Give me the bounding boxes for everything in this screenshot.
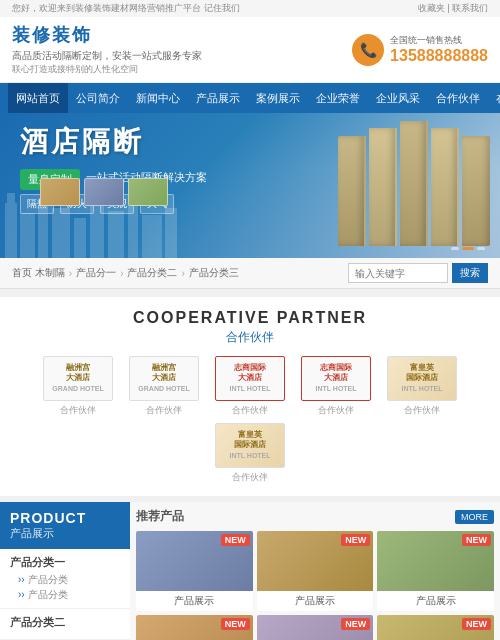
nav-item-products[interactable]: 产品展示 — [188, 83, 248, 113]
product-sidebar: PRODUCT 产品展示 产品分类一 ››产品分类 ››产品分类 产品分类二 产… — [0, 502, 130, 640]
top-links-right: 收藏夹 | 联系我们 — [418, 2, 488, 15]
product-card-label-0: 产品展示 — [136, 591, 253, 611]
banner-thumb-2 — [84, 178, 124, 206]
tagline1: 高品质活动隔断定制，安装一站式服务专家 — [12, 49, 202, 63]
new-badge-3: NEW — [221, 618, 250, 630]
hero-banner: 酒店隔断 量身定制 一站式活动隔断解决方案 隔热 防火 美观 大气 — [0, 113, 500, 258]
banner-thumb-1 — [40, 178, 80, 206]
product-img-0: NEW — [136, 531, 253, 591]
product-main: 推荐产品 MORE NEW 产品展示 NEW 产品展示 NEW 产品展示 — [130, 502, 500, 640]
banner-content: 酒店隔断 量身定制 一站式活动隔断解决方案 隔热 防火 美观 大气 — [20, 123, 207, 214]
partner-logo-2: 志商国际大酒店INTL HOTEL — [215, 356, 285, 401]
svg-rect-9 — [108, 211, 124, 258]
product-card-label-1: 产品展示 — [257, 591, 374, 611]
nav-item-about[interactable]: 公司简介 — [68, 83, 128, 113]
phone-label: 全国统一销售热线 — [390, 34, 488, 47]
svg-rect-6 — [74, 218, 86, 258]
product-img-1: NEW — [257, 531, 374, 591]
phone-info: 全国统一销售热线 13588888888 — [390, 34, 488, 65]
product-en-label: PRODUCT — [10, 510, 120, 526]
search-input[interactable] — [348, 263, 448, 283]
partner-item-4: 富皇英国际酒店INTL HOTEL 合作伙伴 — [382, 356, 462, 417]
new-badge-5: NEW — [462, 618, 491, 630]
nav-item-style[interactable]: 企业风采 — [368, 83, 428, 113]
product-cat-sub-0-0[interactable]: ››产品分类 — [18, 573, 120, 587]
phone-area: 📞 全国统一销售热线 13588888888 — [352, 34, 488, 66]
header-top-bar: 您好，欢迎来到装修装饰建材网络营销推广平台 记住我们 收藏夹 | 联系我们 — [0, 0, 500, 17]
dot-2[interactable] — [477, 247, 485, 250]
product-cat-name-0: 产品分类一 — [10, 555, 120, 570]
product-cat-sub-0-1[interactable]: ››产品分类 — [18, 588, 120, 602]
product-cat-name-1: 产品分类二 — [10, 615, 120, 630]
phone-icon: 📞 — [352, 34, 384, 66]
recommended-label: 推荐产品 — [136, 508, 184, 525]
svg-rect-0 — [5, 203, 17, 258]
svg-rect-2 — [20, 213, 35, 258]
partner-logo-5: 富皇英国际酒店INTL HOTEL — [215, 423, 285, 468]
logo-text: 装修装饰 — [12, 23, 202, 47]
nav-item-news[interactable]: 新闻中心 — [128, 83, 188, 113]
partner-item-0: 融洲宫大酒店GRAND HOTEL 合作伙伴 — [38, 356, 118, 417]
partner-label-2: 合作伙伴 — [232, 404, 268, 417]
product-main-header: 推荐产品 MORE — [136, 508, 494, 525]
nav-item-cases[interactable]: 案例展示 — [248, 83, 308, 113]
partner-logo-4: 富皇英国际酒店INTL HOTEL — [387, 356, 457, 401]
product-card-3[interactable]: NEW 产品展示 — [136, 615, 253, 640]
partner-item-2: 志商国际大酒店INTL HOTEL 合作伙伴 — [210, 356, 290, 417]
dot-0[interactable] — [451, 247, 459, 250]
product-section: PRODUCT 产品展示 产品分类一 ››产品分类 ››产品分类 产品分类二 产… — [0, 502, 500, 640]
bc-item-2[interactable]: 产品分类二 — [127, 266, 177, 280]
bc-item-1[interactable]: 产品分一 — [76, 266, 116, 280]
partner-label-5: 合作伙伴 — [232, 471, 268, 484]
nav-item-message[interactable]: 在线留言 — [488, 83, 500, 113]
product-img-3: NEW — [136, 615, 253, 640]
partner-logo-3: 志商国际大酒店INTL HOTEL — [301, 356, 371, 401]
search-button[interactable]: 搜索 — [452, 263, 488, 283]
new-badge-2: NEW — [462, 534, 491, 546]
bc-item-0[interactable]: 首页 木制隔 — [12, 266, 65, 280]
product-card-4[interactable]: NEW 产品展示 — [257, 615, 374, 640]
product-cat-1[interactable]: 产品分类二 — [0, 609, 130, 640]
partners-title: COOPERATIVE PARTNER 合作伙伴 — [12, 309, 488, 346]
product-card-0[interactable]: NEW 产品展示 — [136, 531, 253, 611]
nav-item-partner[interactable]: 合作伙伴 — [428, 83, 488, 113]
new-badge-4: NEW — [341, 618, 370, 630]
breadcrumb-search: 搜索 — [348, 263, 488, 283]
bc-item-3[interactable]: 产品分类三 — [189, 266, 239, 280]
product-sidebar-header: PRODUCT 产品展示 — [0, 502, 130, 549]
svg-rect-5 — [52, 208, 70, 258]
partner-label-3: 合作伙伴 — [318, 404, 354, 417]
product-cat-0[interactable]: 产品分类一 ››产品分类 ››产品分类 — [0, 549, 130, 609]
main-nav: 网站首页 公司简介 新闻中心 产品展示 案例展示 企业荣誉 企业风采 合作伙伴 … — [0, 83, 500, 113]
partner-item-5: 富皇英国际酒店INTL HOTEL 合作伙伴 — [210, 423, 290, 484]
partner-label-1: 合作伙伴 — [146, 404, 182, 417]
banner-thumb-3 — [128, 178, 168, 206]
nav-item-honor[interactable]: 企业荣誉 — [308, 83, 368, 113]
product-card-1[interactable]: NEW 产品展示 — [257, 531, 374, 611]
tagline2: 联心打造或接特别的人性化空间 — [12, 63, 202, 76]
svg-rect-12 — [165, 208, 177, 258]
header: 装修装饰 高品质活动隔断定制，安装一站式服务专家 联心打造或接特别的人性化空间 … — [0, 17, 500, 83]
product-img-5: NEW — [377, 615, 494, 640]
nav-item-home[interactable]: 网站首页 — [8, 83, 68, 113]
partners-title-cn: 合作伙伴 — [12, 329, 488, 346]
dot-1[interactable] — [462, 247, 474, 250]
partner-item-1: 融洲宫大酒店GRAND HOTEL 合作伙伴 — [124, 356, 204, 417]
top-links-left: 您好，欢迎来到装修装饰建材网络营销推广平台 记住我们 — [12, 2, 240, 15]
partner-label-4: 合作伙伴 — [404, 404, 440, 417]
partner-item-3: 志商国际大酒店INTL HOTEL 合作伙伴 — [296, 356, 376, 417]
phone-number: 13588888888 — [390, 47, 488, 65]
product-card-label-2: 产品展示 — [377, 591, 494, 611]
svg-rect-11 — [142, 215, 162, 258]
logo-area: 装修装饰 高品质活动隔断定制，安装一站式服务专家 联心打造或接特别的人性化空间 — [12, 23, 202, 76]
partners-section: COOPERATIVE PARTNER 合作伙伴 融洲宫大酒店GRAND HOT… — [0, 297, 500, 496]
more-button[interactable]: MORE — [455, 510, 494, 524]
product-card-5[interactable]: NEW 产品展示 — [377, 615, 494, 640]
product-cn-label: 产品展示 — [10, 526, 120, 541]
product-card-2[interactable]: NEW 产品展示 — [377, 531, 494, 611]
product-img-2: NEW — [377, 531, 494, 591]
product-img-4: NEW — [257, 615, 374, 640]
partner-label-0: 合作伙伴 — [60, 404, 96, 417]
partner-logo-0: 融洲宫大酒店GRAND HOTEL — [43, 356, 113, 401]
breadcrumb: 首页 木制隔 › 产品分一 › 产品分类二 › 产品分类三 搜索 — [0, 258, 500, 289]
